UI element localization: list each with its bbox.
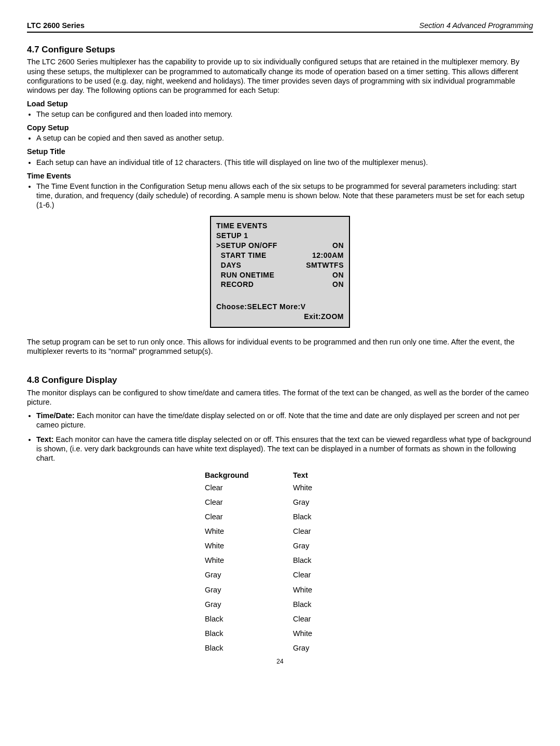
menu-setup-label: SETUP 1 — [216, 231, 344, 241]
table-header-bg: Background — [205, 471, 293, 480]
table-row: GrayClear — [205, 570, 355, 579]
table-cell-bg: Black — [205, 629, 293, 638]
table-row: BlackClear — [205, 614, 355, 624]
table-cell-text: Clear — [293, 570, 355, 579]
menu-row-onoff: >SETUP ON/OFF ON — [216, 241, 344, 251]
table-header-text: Text — [293, 471, 355, 480]
table-row: ClearBlack — [205, 512, 355, 521]
menu-row-days-label: DAYS — [216, 260, 241, 270]
menu-footer-exit: Exit:ZOOM — [216, 312, 344, 322]
header-left: LTC 2600 Series — [27, 21, 85, 30]
load-setup-list: The setup can be configured and then loa… — [27, 109, 533, 119]
table-cell-bg: Clear — [205, 483, 293, 492]
menu-row-record: RECORD ON — [216, 280, 344, 289]
bullet-text-bold: Text: — [36, 435, 54, 444]
page-header: LTC 2600 Series Section 4 Advanced Progr… — [27, 21, 533, 30]
table-cell-bg: White — [205, 527, 293, 536]
table-row: ClearGray — [205, 498, 355, 507]
menu-row-onoff-label: >SETUP ON/OFF — [216, 241, 277, 251]
table-cell-text: Black — [293, 600, 355, 609]
table-cell-bg: Gray — [205, 570, 293, 579]
setup-title-item: Each setup can have an individual title … — [36, 158, 533, 167]
table-cell-text: Gray — [293, 498, 355, 507]
table-cell-text: Black — [293, 556, 355, 565]
table-row: ClearWhite — [205, 483, 355, 492]
section-48-bullets: Time/Date: Each monitor can have the tim… — [27, 411, 533, 463]
section-48-heading: 4.8 Configure Display — [27, 375, 533, 385]
table-cell-text: Clear — [293, 614, 355, 624]
menu-row-runonetime: RUN ONETIME ON — [216, 270, 344, 280]
table-cell-text: Black — [293, 512, 355, 521]
setup-title-list: Each setup can have an individual title … — [27, 158, 533, 167]
table-cell-bg: Clear — [205, 498, 293, 507]
menu-row-starttime-label: START TIME — [216, 251, 267, 260]
header-right: Section 4 Advanced Programming — [419, 21, 534, 30]
header-rule — [27, 32, 533, 33]
bullet-text-text: Each monitor can have the camera title d… — [36, 435, 531, 462]
menu-title: TIME EVENTS — [216, 221, 344, 231]
copy-setup-item: A setup can be copied and then saved as … — [36, 133, 533, 143]
table-header: Background Text — [205, 471, 355, 480]
copy-setup-list: A setup can be copied and then saved as … — [27, 133, 533, 143]
bg-text-table: Background Text ClearWhiteClearGrayClear… — [205, 471, 355, 653]
bullet-timedate: Time/Date: Each monitor can have the tim… — [36, 411, 533, 430]
copy-setup-heading: Copy Setup — [27, 123, 533, 132]
load-setup-item: The setup can be configured and then loa… — [36, 109, 533, 119]
menu-row-onoff-value: ON — [332, 241, 344, 251]
table-cell-bg: Black — [205, 643, 293, 653]
menu-footer-choose: Choose:SELECT More:V — [216, 302, 344, 312]
menu-row-days-value: SMTWTFS — [306, 260, 344, 270]
menu-row-runonetime-label: RUN ONETIME — [216, 270, 274, 280]
table-cell-text: Gray — [293, 541, 355, 550]
page-number: 24 — [27, 658, 533, 666]
bullet-text: Text: Each monitor can have the camera t… — [36, 435, 533, 463]
menu-row-starttime-value: 12:00AM — [312, 251, 344, 260]
table-cell-bg: Black — [205, 614, 293, 624]
table-cell-text: Clear — [293, 527, 355, 536]
menu-row-runonetime-value: ON — [332, 270, 344, 280]
table-cell-text: White — [293, 629, 355, 638]
table-row: WhiteClear — [205, 527, 355, 536]
table-cell-text: Gray — [293, 643, 355, 653]
table-row: BlackWhite — [205, 629, 355, 638]
time-events-list: The Time Event function in the Configura… — [27, 182, 533, 210]
time-events-heading: Time Events — [27, 171, 533, 181]
table-cell-text: White — [293, 585, 355, 595]
table-row: WhiteBlack — [205, 556, 355, 565]
menu-row-record-value: ON — [332, 280, 344, 289]
section-47-intro: The LTC 2600 Series multiplexer has the … — [27, 57, 533, 95]
table-row: BlackGray — [205, 643, 355, 653]
table-cell-bg: White — [205, 556, 293, 565]
table-cell-text: White — [293, 483, 355, 492]
setup-title-heading: Setup Title — [27, 147, 533, 156]
menu-row-days: DAYS SMTWTFS — [216, 260, 344, 270]
table-body: ClearWhiteClearGrayClearBlackWhiteClearW… — [205, 483, 355, 653]
table-row: GrayWhite — [205, 585, 355, 595]
time-events-menu: TIME EVENTS SETUP 1 >SETUP ON/OFF ON STA… — [210, 216, 350, 328]
table-cell-bg: Gray — [205, 585, 293, 595]
menu-row-starttime: START TIME 12:00AM — [216, 251, 344, 260]
table-cell-bg: Clear — [205, 512, 293, 521]
section-47-after: The setup program can be set to run only… — [27, 337, 533, 356]
table-row: WhiteGray — [205, 541, 355, 550]
menu-row-record-label: RECORD — [216, 280, 254, 289]
menu-spacer — [216, 289, 344, 302]
table-cell-bg: Gray — [205, 600, 293, 609]
bullet-timedate-text: Each monitor can have the time/date disp… — [36, 411, 520, 429]
table-cell-bg: White — [205, 541, 293, 550]
time-events-item: The Time Event function in the Configura… — [36, 182, 533, 210]
section-47-heading: 4.7 Configure Setups — [27, 44, 533, 55]
bullet-timedate-bold: Time/Date: — [36, 411, 75, 420]
section-48-intro: The monitor displays can be configured t… — [27, 388, 533, 407]
load-setup-heading: Load Setup — [27, 99, 533, 108]
table-row: GrayBlack — [205, 600, 355, 609]
